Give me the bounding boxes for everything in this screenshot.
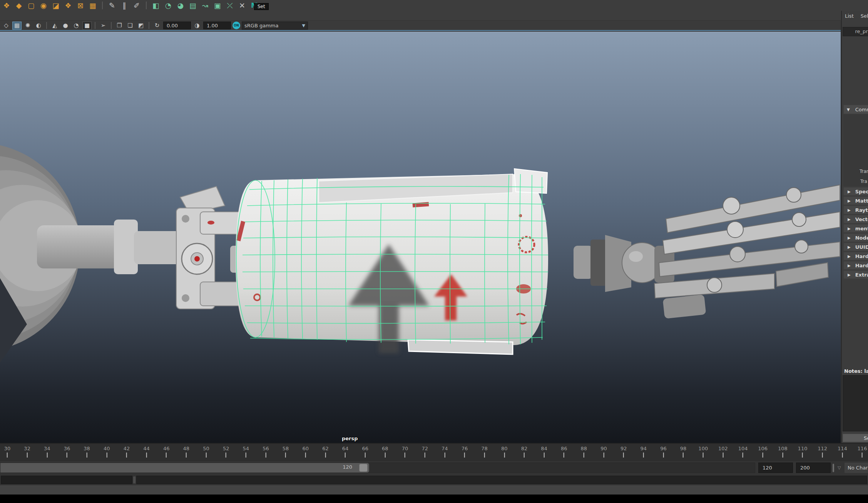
timeline-tick-78[interactable]: 78 <box>481 446 488 458</box>
timeline-tick-54[interactable]: 54 <box>243 446 249 458</box>
timeline-tick-72[interactable]: 72 <box>421 446 428 458</box>
vp-icon-wireframe-on-shaded[interactable]: ▦ <box>12 22 22 30</box>
timeline-tick-58[interactable]: 58 <box>283 446 289 458</box>
timeline-tick-106[interactable]: 106 <box>758 446 768 458</box>
canister-selected[interactable] <box>236 169 548 354</box>
gamma-field[interactable]: 1.00 <box>203 22 231 29</box>
ae-section-raytra-2[interactable]: ▶Raytra <box>843 206 868 214</box>
vp-icon-lighting[interactable]: ✺ <box>23 22 32 30</box>
ae-select-button[interactable]: Se <box>843 434 868 442</box>
timeline-tick-68[interactable]: 68 <box>382 446 388 458</box>
timeline-tick-116[interactable]: 116 <box>858 446 867 458</box>
ae-section-node-5[interactable]: ▶Node <box>843 233 868 242</box>
shelf-icon-quad-draw[interactable]: ✐ <box>132 1 142 10</box>
timeline-tick-40[interactable]: 40 <box>104 446 110 458</box>
shelf-icon-poly-diamond[interactable]: ❖ <box>2 1 12 10</box>
timeline-tick-114[interactable]: 114 <box>838 446 847 458</box>
chevron-down-icon[interactable]: ▽ <box>838 465 841 470</box>
color-management-toggle[interactable]: ON <box>232 22 240 29</box>
timeline-tick-94[interactable]: 94 <box>641 446 647 458</box>
timeline-tick-60[interactable]: 60 <box>302 446 309 458</box>
shelf-icon-marquee-select[interactable]: ⊠ <box>75 1 85 10</box>
timeline-tick-100[interactable]: 100 <box>698 446 708 458</box>
timeline-tick-104[interactable]: 104 <box>738 446 748 458</box>
character-set-menu[interactable]: No Charact <box>845 463 868 473</box>
vp-icon-gamma[interactable]: ◑ <box>192 22 202 30</box>
timeline-tick-98[interactable]: 98 <box>680 446 687 458</box>
range-divider-handle[interactable] <box>833 464 834 472</box>
command-line-input[interactable] <box>1 476 132 484</box>
timeline-tick-76[interactable]: 76 <box>462 446 468 458</box>
perspective-viewport[interactable]: persp <box>0 32 841 443</box>
timeline-tick-108[interactable]: 108 <box>778 446 788 458</box>
timeline-tick-90[interactable]: 90 <box>600 446 607 458</box>
shelf-icon-uv-camera[interactable]: ▣ <box>212 1 222 10</box>
range-slider-active[interactable]: 120 <box>0 463 369 473</box>
timeline-tick-66[interactable]: 66 <box>362 446 368 458</box>
shelf-icon-uv-spherical[interactable]: ◕ <box>176 1 186 10</box>
ae-section-hardw-7[interactable]: ▶Hardw <box>843 252 868 260</box>
vp-icon-shadows[interactable]: ● <box>61 22 70 30</box>
timeline-tick-110[interactable]: 110 <box>798 446 808 458</box>
vp-icon-smooth-shade[interactable]: ◐ <box>34 22 43 30</box>
timeline-tick-70[interactable]: 70 <box>402 446 408 458</box>
shelf-icon-poly-grid[interactable]: ▦ <box>88 1 98 10</box>
ae-section-menta-4[interactable]: ▶menta <box>843 224 868 233</box>
timeline-tick-84[interactable]: 84 <box>541 446 547 458</box>
shelf-icon-uv-sew[interactable]: ✕ <box>237 1 247 10</box>
shelf-icon-edit-vertices[interactable]: ▢ <box>26 1 36 10</box>
timeline-tick-50[interactable]: 50 <box>203 446 209 458</box>
playback-end-field[interactable]: 120 <box>758 463 793 473</box>
vp-icon-motion-blur[interactable]: ■ <box>82 22 92 30</box>
ae-section-uuid-6[interactable]: ▶UUID <box>843 243 868 251</box>
shelf-icon-uv-cylindrical[interactable]: ◔ <box>163 1 173 10</box>
ae-section-common[interactable]: ▼ Comm <box>843 105 868 114</box>
timeline-tick-96[interactable]: 96 <box>660 446 667 458</box>
shelf-icon-poly-sphere-wire[interactable]: ◉ <box>38 1 49 10</box>
command-line-grip[interactable] <box>133 476 135 483</box>
timeline-tick-102[interactable]: 102 <box>718 446 728 458</box>
timeline-tick-82[interactable]: 82 <box>521 446 528 458</box>
timeline-tick-86[interactable]: 86 <box>561 446 567 458</box>
timeline-tick-44[interactable]: 44 <box>143 446 150 458</box>
timeline-tick-52[interactable]: 52 <box>223 446 229 458</box>
shelf-icon-uv-planar[interactable]: ◧ <box>151 1 161 10</box>
vp-icon-occlusion[interactable]: ◔ <box>72 22 81 30</box>
timeline-tick-48[interactable]: 48 <box>183 446 190 458</box>
view-transform-dropdown[interactable]: sRGB gamma▼ <box>242 22 308 30</box>
timeline-tick-38[interactable]: 38 <box>84 446 90 458</box>
shelf-icon-uv-contour[interactable]: ↝ <box>200 1 210 10</box>
shelf-icon-knife-tool[interactable]: ✎ <box>107 1 117 10</box>
vp-icon-exposure[interactable]: ↻ <box>152 22 162 30</box>
timeline-tick-46[interactable]: 46 <box>163 446 170 458</box>
attribute-editor-tab[interactable]: re_principale <box>843 27 868 36</box>
timeline-tick-80[interactable]: 80 <box>501 446 508 458</box>
shelf-icon-uv-cut[interactable]: ⤫ <box>225 1 235 10</box>
timeline-tick-74[interactable]: 74 <box>442 446 448 458</box>
timeline-tick-64[interactable]: 64 <box>342 446 349 458</box>
animation-end-field[interactable]: 200 <box>796 463 831 473</box>
robot-hand-right[interactable] <box>574 185 840 319</box>
time-slider[interactable]: 3032343638404244464850525456586062646668… <box>0 443 868 461</box>
shelf-icon-poly-cube[interactable]: ◆ <box>14 1 24 10</box>
range-slider-track[interactable]: 120 <box>0 463 755 473</box>
ae-section-extra-9[interactable]: ▶Extra <box>843 270 868 279</box>
timeline-tick-34[interactable]: 34 <box>44 446 50 458</box>
vp-icon-xray-joints[interactable]: ❏ <box>125 22 135 30</box>
vp-icon-default-material[interactable]: ◇ <box>2 22 11 30</box>
ae-section-specia-0[interactable]: ▶Specia <box>843 187 868 196</box>
ae-menu-list[interactable]: List <box>845 13 854 19</box>
timeline-tick-92[interactable]: 92 <box>620 446 627 458</box>
vp-icon-xray[interactable]: ❐ <box>115 22 124 30</box>
timeline-tick-30[interactable]: 30 <box>4 446 11 458</box>
ae-notes-textarea[interactable] <box>843 375 868 431</box>
vp-icon-use-default-lighting[interactable]: ◭ <box>50 22 59 30</box>
timeline-tick-36[interactable]: 36 <box>64 446 70 458</box>
ae-section-vecto-3[interactable]: ▶Vecto <box>843 215 868 223</box>
timeline-tick-32[interactable]: 32 <box>24 446 30 458</box>
shelf-icon-poly-diamonds[interactable]: ❖ <box>63 1 73 10</box>
timeline-tick-42[interactable]: 42 <box>124 446 130 458</box>
ae-section-hardw-8[interactable]: ▶Hardw <box>843 261 868 270</box>
exposure-field[interactable]: 0.00 <box>163 22 191 29</box>
timeline-tick-88[interactable]: 88 <box>581 446 587 458</box>
